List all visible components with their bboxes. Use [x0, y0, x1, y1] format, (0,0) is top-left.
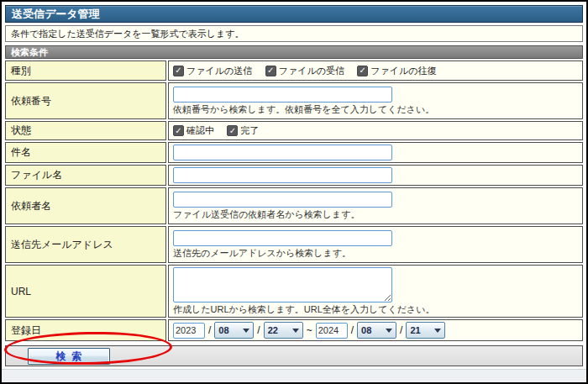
checkbox-checked-icon [227, 125, 238, 136]
from-month-select[interactable]: 08 [214, 322, 254, 339]
file-name-label: ファイル名 [5, 165, 166, 186]
to-month-value: 08 [361, 325, 371, 335]
to-year-input[interactable] [316, 323, 348, 339]
requester-name-help: ファイル送受信の依頼者名から検索します。 [173, 208, 578, 220]
page-title: 送受信データ管理 [12, 8, 100, 20]
checkbox-checked-icon [265, 66, 276, 76]
file-name-input[interactable] [173, 167, 392, 183]
table-row-subject: 件名 [5, 142, 583, 163]
url-cell: 作成したURLから検索します。URL全体を入力してください。 [168, 265, 583, 318]
checkbox-file-receive-label: ファイルの受信 [279, 65, 344, 77]
page-description-bar: 条件で指定した送受信データを一覧形式で表示します。 [5, 25, 583, 42]
range-separator: ~ [307, 324, 312, 336]
page-description: 条件で指定した送受信データを一覧形式で表示します。 [11, 29, 244, 39]
checkbox-file-send[interactable]: ファイルの送信 [173, 65, 252, 77]
to-day-select[interactable]: 21 [406, 322, 445, 339]
chevron-down-icon [386, 329, 392, 333]
chevron-down-icon [292, 329, 299, 333]
table-row-registration-date: 登録日 / 08 / 22 ~ [5, 319, 583, 341]
checkbox-checked-icon [357, 66, 368, 76]
date-separator: / [257, 324, 260, 336]
url-help: 作成したURLから検索します。URL全体を入力してください。 [173, 303, 578, 315]
checkbox-status-confirming[interactable]: 確認中 [173, 124, 214, 137]
checkbox-status-confirming-label: 確認中 [186, 124, 214, 137]
date-separator: / [208, 324, 211, 336]
search-form-table: 種別 ファイルの送信 ファイルの受信 ファイルの往復 [3, 59, 585, 343]
table-row-url: URL 作成したURLから検索します。URL全体を入力してください。 [5, 265, 583, 318]
requester-name-input[interactable] [173, 192, 392, 208]
requester-name-label: 依頼者名 [5, 187, 166, 224]
file-name-cell [168, 165, 583, 186]
subject-cell [168, 142, 583, 163]
bottom-filler [2, 369, 586, 382]
date-separator: / [400, 324, 402, 336]
chevron-down-icon [243, 329, 249, 333]
registration-date-cell: / 08 / 22 ~ / [168, 319, 583, 341]
action-bar: 検索 [5, 345, 583, 366]
destination-email-input[interactable] [173, 230, 392, 246]
checkbox-file-roundtrip[interactable]: ファイルの往復 [357, 65, 436, 77]
table-row-request-number: 依頼番号 依頼番号から検索します。依頼番号を全て入力してください。 [5, 82, 583, 119]
checkbox-file-roundtrip-label: ファイルの往復 [370, 65, 436, 77]
table-row-file-name: ファイル名 [5, 165, 583, 186]
url-label: URL [5, 265, 166, 318]
page-title-bar: 送受信データ管理 [5, 5, 583, 23]
registration-date-controls: / 08 / 22 ~ / [173, 322, 578, 339]
type-label: 種別 [5, 60, 166, 81]
destination-email-cell: 送信先のメールアドレスから検索します。 [168, 226, 583, 263]
subject-input[interactable] [173, 145, 392, 160]
request-number-help: 依頼番号から検索します。依頼番号を全て入力してください。 [173, 103, 578, 115]
subject-label: 件名 [5, 142, 166, 163]
chevron-down-icon [434, 329, 441, 333]
status-label: 状態 [5, 121, 166, 140]
table-row-status: 状態 確認中 完了 [5, 121, 583, 140]
search-conditions-header: 検索条件 [5, 45, 583, 59]
checkbox-file-send-label: ファイルの送信 [186, 65, 252, 77]
from-year-input[interactable] [173, 323, 205, 339]
to-month-select[interactable]: 08 [357, 322, 396, 339]
requester-name-cell: ファイル送受信の依頼者名から検索します。 [168, 187, 583, 224]
checkbox-checked-icon [173, 66, 184, 76]
destination-email-label: 送信先メールアドレス [5, 226, 166, 263]
request-number-cell: 依頼番号から検索します。依頼番号を全て入力してください。 [168, 82, 583, 119]
status-options-cell: 確認中 完了 [168, 121, 583, 140]
from-day-select[interactable]: 22 [264, 322, 303, 339]
table-row-requester-name: 依頼者名 ファイル送受信の依頼者名から検索します。 [5, 187, 583, 224]
table-row-type: 種別 ファイルの送信 ファイルの受信 ファイルの往復 [5, 60, 583, 81]
from-month-value: 08 [218, 325, 228, 335]
request-number-input[interactable] [173, 87, 392, 103]
from-day-value: 22 [268, 325, 278, 335]
search-conditions-title: 検索条件 [11, 47, 48, 57]
page-content: 送受信データ管理 条件で指定した送受信データを一覧形式で表示します。 検索条件 … [2, 2, 586, 369]
date-separator: / [351, 324, 354, 336]
search-button[interactable]: 検索 [28, 348, 110, 365]
app-window: 送受信データ管理 条件で指定した送受信データを一覧形式で表示します。 検索条件 … [0, 0, 588, 384]
checkbox-status-complete-label: 完了 [240, 124, 259, 137]
checkbox-status-complete[interactable]: 完了 [227, 124, 259, 137]
table-row-destination-email: 送信先メールアドレス 送信先のメールアドレスから検索します。 [5, 226, 583, 263]
to-day-value: 21 [410, 325, 420, 335]
checkbox-checked-icon [173, 125, 184, 136]
url-textarea[interactable] [173, 267, 392, 302]
registration-date-label: 登録日 [5, 319, 166, 341]
checkbox-file-receive[interactable]: ファイルの受信 [265, 65, 344, 77]
request-number-label: 依頼番号 [5, 82, 166, 119]
type-options-cell: ファイルの送信 ファイルの受信 ファイルの往復 [168, 60, 583, 81]
destination-email-help: 送信先のメールアドレスから検索します。 [173, 247, 578, 259]
